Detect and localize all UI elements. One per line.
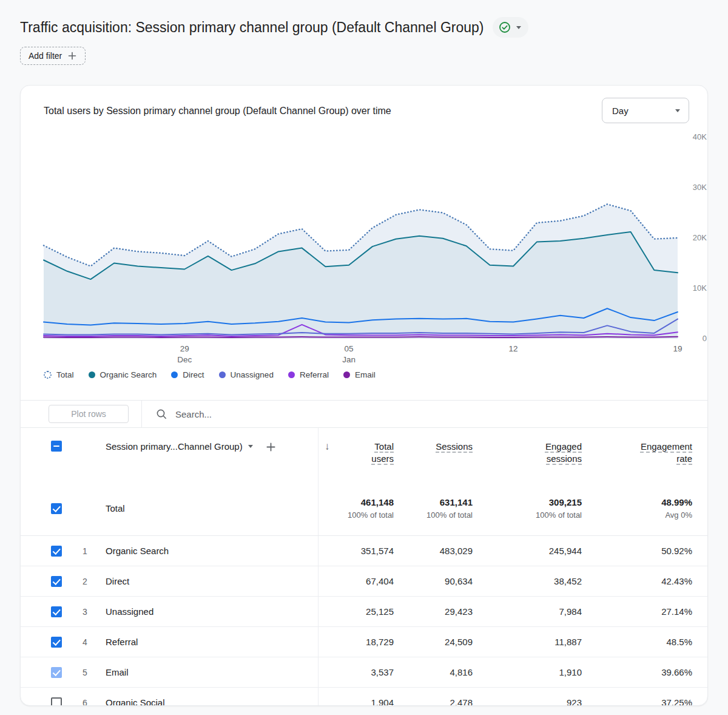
metric-value: 38,452 xyxy=(554,576,582,586)
metric-value: 2,478 xyxy=(450,697,473,706)
total-dotted-icon xyxy=(44,371,52,379)
series-dot-icon xyxy=(89,371,95,378)
metric-value: 24,509 xyxy=(445,637,473,647)
legend-item-email: Email xyxy=(343,370,376,379)
legend-item-total: Total xyxy=(44,370,74,379)
channel-name: Email xyxy=(106,667,129,677)
report-status-button[interactable] xyxy=(493,17,528,38)
legend-label: Unassigned xyxy=(231,370,274,379)
add-dimension-button[interactable] xyxy=(265,441,277,453)
chart-title: Total users by Session primary channel g… xyxy=(44,106,391,117)
metric-value: 37.25% xyxy=(661,697,692,706)
table-search xyxy=(155,408,707,420)
row-checkbox[interactable] xyxy=(51,546,62,557)
x-axis-tick: 05Jan xyxy=(342,344,356,365)
table-row: 1 Organic Search 351,574 483,029 245,944… xyxy=(21,536,707,566)
legend-item-organic-search: Organic Search xyxy=(89,370,157,379)
toolbar-divider xyxy=(141,401,142,428)
channel-name: Organic Search xyxy=(106,546,169,556)
series-dot-icon xyxy=(171,371,178,378)
metric-value: 631,141 xyxy=(440,497,473,507)
metric-value: 3,537 xyxy=(371,667,394,677)
chart-plot-area xyxy=(44,137,678,339)
metric-value: 1,904 xyxy=(371,697,394,706)
row-checkbox[interactable] xyxy=(51,637,62,648)
metric-value: 29,423 xyxy=(445,606,473,617)
x-axis-tick: 19 xyxy=(673,344,682,354)
add-filter-label: Add filter xyxy=(29,51,62,61)
chart-card-header: Total users by Session primary channel g… xyxy=(21,86,707,123)
add-filter-button[interactable]: Add filter xyxy=(20,47,86,65)
row-checkbox[interactable] xyxy=(51,697,62,707)
select-all-checkbox[interactable] xyxy=(51,441,62,452)
legend-label: Email xyxy=(355,370,376,379)
line-chart: 40K 30K 20K 10K 0 29Dec05Jan1219 xyxy=(44,137,678,339)
series-dot-icon xyxy=(343,371,350,378)
plus-icon xyxy=(67,51,77,61)
metric-value: 67,404 xyxy=(366,576,394,586)
column-header-engaged-sessions[interactable]: Engaged sessions xyxy=(534,441,582,465)
metric-subtext: Avg 0% xyxy=(665,510,692,520)
metric-value: 11,887 xyxy=(554,637,582,647)
row-number: 2 xyxy=(83,577,87,586)
page-title: Traffic acquisition: Session primary cha… xyxy=(20,18,484,37)
metric-value: 483,029 xyxy=(440,546,473,556)
x-axis-tick: 29Dec xyxy=(177,344,192,365)
column-header-sessions[interactable]: Sessions xyxy=(423,441,473,453)
metric-value: 48.5% xyxy=(666,637,692,647)
dimension-dropdown-icon[interactable] xyxy=(248,445,253,448)
legend-label: Total xyxy=(56,370,74,379)
row-checkbox[interactable] xyxy=(51,667,62,678)
row-number: 6 xyxy=(83,698,87,707)
row-number: 1 xyxy=(83,546,87,556)
traffic-acquisition-card: Total users by Session primary channel g… xyxy=(20,85,708,706)
legend-item-direct: Direct xyxy=(171,370,204,379)
search-icon xyxy=(155,408,167,420)
table-row: 4 Referral 18,729 24,509 11,887 48.5% xyxy=(21,627,707,657)
legend-item-referral: Referral xyxy=(288,370,329,379)
row-checkbox[interactable] xyxy=(51,503,62,514)
y-axis-label: 10K xyxy=(682,284,707,293)
legend-item-unassigned: Unassigned xyxy=(219,370,274,379)
y-axis-label: 30K xyxy=(682,183,707,192)
x-axis: 29Dec05Jan1219 xyxy=(44,344,678,368)
series-dot-icon xyxy=(219,371,226,378)
totals-row: Total 461,148 100% of total 631,141 100%… xyxy=(21,481,707,536)
table-row: 6 Organic Social 1,904 2,478 923 37.25% xyxy=(21,688,707,706)
metric-value: 18,729 xyxy=(366,637,394,647)
totals-label: Total xyxy=(106,503,125,513)
metric-value: 7,984 xyxy=(559,606,582,617)
column-header-total-users[interactable]: Total users xyxy=(359,441,394,465)
metric-subtext: 100% of total xyxy=(536,510,582,520)
table-toolbar: Plot rows xyxy=(21,400,707,428)
metric-value: 42.43% xyxy=(661,576,692,586)
granularity-select[interactable]: Day xyxy=(602,98,689,123)
plot-rows-button[interactable]: Plot rows xyxy=(49,405,129,423)
y-axis-label: 40K xyxy=(682,133,707,141)
metric-value: 309,215 xyxy=(549,497,582,507)
legend-label: Referral xyxy=(300,370,329,379)
channel-name: Direct xyxy=(106,576,129,586)
row-checkbox[interactable] xyxy=(51,606,62,617)
chevron-down-icon xyxy=(516,26,521,29)
sort-descending-icon[interactable]: ↓ xyxy=(325,441,330,453)
metric-value: 27.14% xyxy=(661,606,692,617)
metric-value: 25,125 xyxy=(366,606,394,617)
metric-value: 351,574 xyxy=(361,546,394,556)
check-circle-icon xyxy=(499,21,511,33)
channel-name: Unassigned xyxy=(106,606,153,617)
y-axis-label: 20K xyxy=(682,234,707,242)
row-checkbox[interactable] xyxy=(51,576,62,587)
channel-name: Referral xyxy=(106,637,138,647)
chart-legend: Total Organic Search Direct Unassigned R… xyxy=(44,370,707,379)
metric-subtext: 100% of total xyxy=(426,510,473,520)
column-header-engagement-rate[interactable]: Engagement rate xyxy=(625,441,692,465)
metric-value: 245,944 xyxy=(549,546,582,556)
granularity-value: Day xyxy=(612,106,629,116)
row-number: 4 xyxy=(83,637,87,647)
table-row: 3 Unassigned 25,125 29,423 7,984 27.14% xyxy=(21,597,707,627)
search-input[interactable] xyxy=(175,409,430,419)
table-row: 2 Direct 67,404 90,634 38,452 42.43% xyxy=(21,566,707,597)
dimension-header[interactable]: Session primary...Channel Group) xyxy=(106,441,243,453)
legend-label: Direct xyxy=(183,370,204,379)
